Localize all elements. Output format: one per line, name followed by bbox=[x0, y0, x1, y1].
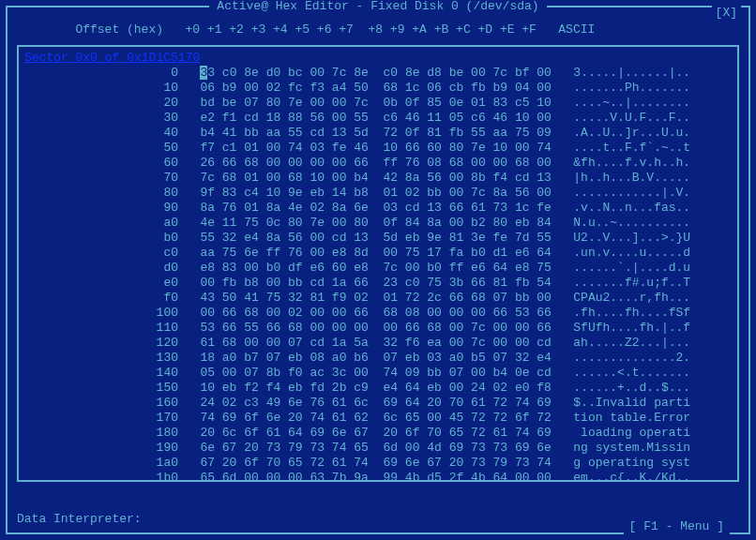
offset: 190 bbox=[24, 441, 178, 456]
ascii-column: N.u..~.......... bbox=[573, 216, 690, 231]
hex-row[interactable]: 30 e2 f1 cd 18 88 56 00 55 c6 46 11 05 c… bbox=[24, 111, 732, 126]
hex-row[interactable]: a0 4e 11 75 0c 80 7e 00 80 0f 84 8a 00 b… bbox=[24, 216, 732, 231]
hex-view[interactable]: Sector 0x0 of 0x1D1C5170 0 33 c0 8e d0 b… bbox=[17, 45, 739, 482]
offset: a0 bbox=[24, 216, 178, 231]
hex-row[interactable]: c0 aa 75 6e ff 76 00 e8 8d 00 75 17 fa b… bbox=[24, 246, 732, 261]
ascii-column: .A..U..]r...U.u. bbox=[573, 126, 690, 141]
offset: 30 bbox=[24, 111, 178, 126]
hex-row[interactable]: 0 33 c0 8e d0 bc 00 7c 8e c0 8e d8 be 00… bbox=[24, 66, 732, 81]
ascii-column: g operating syst bbox=[573, 456, 690, 471]
ascii-column: |h..h...B.V..... bbox=[573, 171, 690, 186]
hex-row[interactable]: 120 61 68 00 00 07 cd 1a 5a 32 f6 ea 00 … bbox=[24, 336, 732, 351]
ascii-column: SfUfh....fh.|..f bbox=[573, 321, 690, 336]
hex-row[interactable]: 170 74 69 6f 6e 20 74 61 62 6c 65 00 45 … bbox=[24, 411, 732, 426]
ascii-column: .un.v....u.....d bbox=[573, 246, 690, 261]
offset: 40 bbox=[24, 126, 178, 141]
hex-row[interactable]: 190 6e 67 20 73 79 73 74 65 6d 00 4d 69 … bbox=[24, 441, 732, 456]
hex-row[interactable]: 180 20 6c 6f 61 64 69 6e 67 20 6f 70 65 … bbox=[24, 426, 732, 441]
hex-row[interactable]: 50 f7 c1 01 00 74 03 fe 46 10 66 60 80 7… bbox=[24, 141, 732, 156]
offset: 140 bbox=[24, 366, 178, 381]
main-frame: Active@ Hex Editor - Fixed Disk 0 (/dev/… bbox=[6, 6, 750, 534]
sector-label: Sector 0x0 of 0x1D1C5170 bbox=[24, 51, 732, 66]
ascii-column: ....~..|........ bbox=[573, 96, 690, 111]
offset: 90 bbox=[24, 201, 178, 216]
offset: b0 bbox=[24, 231, 178, 246]
offset: 160 bbox=[24, 396, 178, 411]
offset: c0 bbox=[24, 246, 178, 261]
hex-row[interactable]: 70 7c 68 01 00 68 10 00 b4 42 8a 56 00 8… bbox=[24, 171, 732, 186]
ascii-column: .......f#.u;f..T bbox=[573, 276, 690, 291]
offset: 110 bbox=[24, 321, 178, 336]
offset: 130 bbox=[24, 351, 178, 366]
ascii-column: 3.....|......|.. bbox=[573, 66, 690, 81]
hex-row[interactable]: 40 b4 41 bb aa 55 cd 13 5d 72 0f 81 fb 5… bbox=[24, 126, 732, 141]
hex-row[interactable]: 1a0 67 20 6f 70 65 72 61 74 69 6e 67 20 … bbox=[24, 456, 732, 471]
ascii-column: ......+..d..$... bbox=[573, 381, 690, 396]
offset: 120 bbox=[24, 336, 178, 351]
offset: 60 bbox=[24, 156, 178, 171]
hex-row[interactable]: 130 18 a0 b7 07 eb 08 a0 b6 07 eb 03 a0 … bbox=[24, 351, 732, 366]
hex-row[interactable]: 1b0 65 6d 00 00 00 63 7b 9a 99 4b d5 2f … bbox=[24, 471, 732, 482]
offset: 100 bbox=[24, 306, 178, 321]
column-headers: Offset (hex) +0 +1 +2 +3 +4 +5 +6 +7 +8 … bbox=[17, 22, 739, 38]
offset: d0 bbox=[24, 261, 178, 276]
offset: 20 bbox=[24, 96, 178, 111]
hex-row[interactable]: 100 00 66 68 00 02 00 00 66 68 08 00 00 … bbox=[24, 306, 732, 321]
offset: 70 bbox=[24, 171, 178, 186]
offset: 80 bbox=[24, 186, 178, 201]
hex-row[interactable]: 10 06 b9 00 02 fc f3 a4 50 68 1c 06 cb f… bbox=[24, 81, 732, 96]
hex-row[interactable]: 140 05 00 07 8b f0 ac 3c 00 74 09 bb 07 … bbox=[24, 366, 732, 381]
cursor-byte[interactable]: 3 bbox=[200, 66, 207, 80]
offset: 180 bbox=[24, 426, 178, 441]
offset: 1a0 bbox=[24, 456, 178, 471]
ascii-column: ah.....Z2...|... bbox=[573, 336, 690, 351]
offset: e0 bbox=[24, 276, 178, 291]
ascii-column: tion table.Error bbox=[573, 411, 690, 426]
offset: 10 bbox=[24, 81, 178, 96]
hex-row[interactable]: 150 10 eb f2 f4 eb fd 2b c9 e4 64 eb 00 … bbox=[24, 381, 732, 396]
offset: 150 bbox=[24, 381, 178, 396]
ascii-column: .fh....fh....fSf bbox=[573, 306, 690, 321]
hex-row[interactable]: d0 e8 83 00 b0 df e6 60 e8 7c 00 b0 ff e… bbox=[24, 261, 732, 276]
hex-row[interactable]: 80 9f 83 c4 10 9e eb 14 b8 01 02 bb 00 7… bbox=[24, 186, 732, 201]
window-title: Active@ Hex Editor - Fixed Disk 0 (/dev/… bbox=[8, 0, 748, 14]
hex-row[interactable]: 60 26 66 68 00 00 00 00 66 ff 76 08 68 0… bbox=[24, 156, 732, 171]
hex-row[interactable]: e0 00 fb b8 00 bb cd 1a 66 23 c0 75 3b 6… bbox=[24, 276, 732, 291]
offset: 0 bbox=[24, 66, 178, 81]
ascii-column: loading operati bbox=[573, 426, 690, 441]
ascii-column: ............|.V. bbox=[573, 186, 690, 201]
ascii-column: ......`.|....d.u bbox=[573, 261, 690, 276]
hex-row[interactable]: 90 8a 76 01 8a 4e 02 8a 6e 03 cd 13 66 6… bbox=[24, 201, 732, 216]
offset: 50 bbox=[24, 141, 178, 156]
ascii-column: .v..N..n...fas.. bbox=[573, 201, 690, 216]
hex-row[interactable]: f0 43 50 41 75 32 81 f9 02 01 72 2c 66 6… bbox=[24, 291, 732, 306]
offset: 1b0 bbox=[24, 471, 178, 482]
hex-row[interactable]: 160 24 02 c3 49 6e 76 61 6c 69 64 20 70 … bbox=[24, 396, 732, 411]
ascii-column: &fh....f.v.h..h. bbox=[573, 156, 690, 171]
ascii-column: ......<.t....... bbox=[573, 366, 690, 381]
offset: 170 bbox=[24, 411, 178, 426]
ascii-column: $..Invalid parti bbox=[573, 396, 690, 411]
menu-hint[interactable]: [ F1 - Menu ] bbox=[624, 519, 730, 534]
hex-row[interactable]: 110 53 66 55 66 68 00 00 00 00 66 68 00 … bbox=[24, 321, 732, 336]
close-icon[interactable]: [X] bbox=[712, 6, 741, 21]
ascii-column: ..............2. bbox=[573, 351, 690, 366]
ascii-column: em...c{..K./Kd.. bbox=[573, 471, 690, 482]
offset: f0 bbox=[24, 291, 178, 306]
hex-row[interactable]: b0 55 32 e4 8a 56 00 cd 13 5d eb 9e 81 3… bbox=[24, 231, 732, 246]
ascii-column: U2..V...]...>.}U bbox=[573, 231, 690, 246]
ascii-column: ....t..F.f`.~..t bbox=[573, 141, 690, 156]
hex-row[interactable]: 20 bd be 07 80 7e 00 00 7c 0b 0f 85 0e 0… bbox=[24, 96, 732, 111]
ascii-column: CPAu2....r,fh... bbox=[573, 291, 690, 306]
ascii-column: ng system.Missin bbox=[573, 441, 690, 456]
ascii-column: .....V.U.F...F.. bbox=[573, 111, 690, 126]
ascii-column: .......Ph....... bbox=[573, 81, 690, 96]
